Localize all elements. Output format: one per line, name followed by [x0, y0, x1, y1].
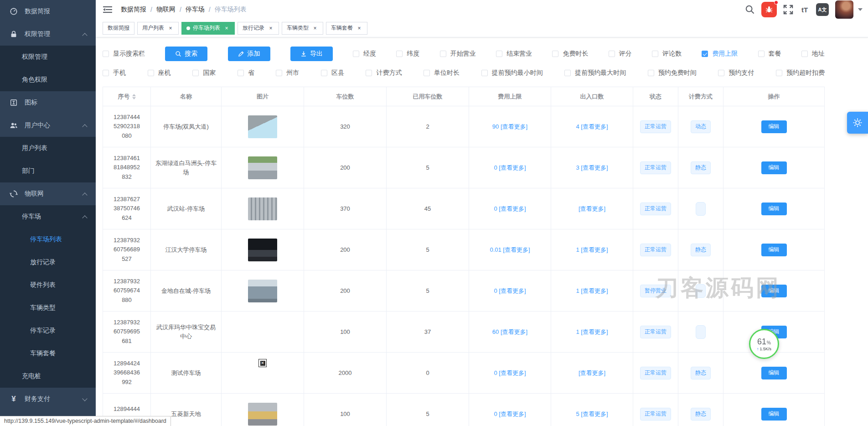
sidebar-item-6[interactable]: 用户列表: [0, 137, 96, 160]
close-icon[interactable]: [268, 25, 274, 31]
checkbox-icon[interactable]: [424, 70, 430, 76]
tag-1[interactable]: 用户列表: [137, 22, 179, 35]
status-badge[interactable]: 正常运营: [640, 326, 671, 338]
gates-link[interactable]: [查看更多]: [551, 353, 633, 394]
checkbox-icon[interactable]: [652, 51, 658, 57]
filter-checkbox-row2-7[interactable]: 单位时长: [424, 69, 460, 77]
edit-button[interactable]: 编辑: [761, 203, 787, 215]
billing-badge[interactable]: 静态: [691, 408, 711, 421]
sidebar-item-9[interactable]: 停车场: [0, 205, 96, 228]
gates-link[interactable]: 1 [查看更多]: [551, 229, 633, 270]
fee-limit-link[interactable]: 0.01 [查看更多]: [469, 229, 551, 270]
filter-checkbox-row2-9[interactable]: 提前预约最大时间: [564, 69, 626, 77]
edit-button[interactable]: 编辑: [761, 285, 787, 297]
filter-checkbox-row2-3[interactable]: 省: [238, 69, 254, 77]
tag-0[interactable]: 数据简报: [103, 22, 134, 35]
fee-limit-link[interactable]: 90 [查看更多]: [469, 106, 551, 147]
filter-checkbox-row2-2[interactable]: 国家: [192, 69, 216, 77]
search-button[interactable]: 搜索: [165, 47, 207, 61]
sidebar-item-0[interactable]: 数据简报: [0, 0, 96, 23]
status-badge[interactable]: 正常运营: [640, 244, 671, 256]
status-badge[interactable]: 暂停营业: [640, 285, 671, 297]
close-icon[interactable]: [223, 25, 230, 31]
tag-5[interactable]: 车辆套餐: [326, 22, 367, 35]
close-icon[interactable]: [356, 25, 362, 31]
parking-photo[interactable]: [248, 156, 277, 179]
breadcrumb-item-0[interactable]: 数据简报: [121, 5, 146, 14]
billing-badge-empty[interactable]: [696, 325, 706, 339]
gates-link[interactable]: [查看更多]: [551, 188, 633, 229]
gates-link[interactable]: 5 [查看更多]: [551, 394, 633, 426]
fee-limit-link[interactable]: 60 [查看更多]: [469, 312, 551, 353]
status-badge[interactable]: 正常运营: [640, 408, 671, 421]
add-button[interactable]: 添加: [228, 47, 270, 61]
filter-checkbox-row2-10[interactable]: 预约免费时间: [648, 69, 697, 77]
fullscreen-icon[interactable]: [783, 5, 793, 15]
sidebar-item-5[interactable]: 用户中心: [0, 114, 96, 137]
filter-checkbox-row2-5[interactable]: 区县: [321, 69, 344, 77]
tag-3[interactable]: 放行记录: [238, 22, 279, 35]
checkbox-icon[interactable]: [148, 70, 154, 76]
checkbox-icon[interactable]: [718, 70, 724, 76]
sort-desc-icon[interactable]: [132, 97, 136, 99]
checkbox-icon[interactable]: [321, 70, 327, 76]
parking-photo[interactable]: [248, 115, 277, 138]
checkbox-icon[interactable]: [496, 51, 502, 57]
gates-link[interactable]: 3 [查看更多]: [551, 147, 633, 188]
fee-limit-link[interactable]: 0 [查看更多]: [469, 353, 551, 394]
checkbox-icon[interactable]: [801, 51, 808, 57]
filter-checkbox-row1-9[interactable]: 评分: [609, 50, 632, 58]
filter-checkbox-row1-12[interactable]: 套餐: [758, 50, 781, 58]
checkbox-icon[interactable]: [238, 70, 244, 76]
sidebar-item-1[interactable]: 权限管理: [0, 23, 96, 46]
fee-limit-link[interactable]: 0 [查看更多]: [469, 188, 551, 229]
status-badge[interactable]: 正常运营: [640, 161, 671, 174]
billing-badge-empty[interactable]: [696, 202, 706, 216]
user-avatar[interactable]: [835, 0, 853, 19]
sidebar-item-14[interactable]: 停车记录: [0, 319, 96, 342]
close-icon[interactable]: [312, 25, 318, 31]
hamburger-icon[interactable]: [103, 5, 113, 15]
status-badge[interactable]: 正常运营: [640, 367, 671, 379]
billing-badge[interactable]: 静态: [691, 244, 711, 256]
gates-link[interactable]: 4 [查看更多]: [551, 106, 633, 147]
filter-checkbox-row1-4[interactable]: 经度: [353, 50, 376, 58]
avatar-dropdown-caret-icon[interactable]: [858, 8, 863, 11]
edit-button[interactable]: 编辑: [761, 120, 787, 133]
sidebar-item-13[interactable]: 车辆类型: [0, 296, 96, 319]
close-icon[interactable]: [167, 25, 174, 31]
sidebar-item-12[interactable]: 硬件列表: [0, 274, 96, 296]
sidebar-item-11[interactable]: 放行记录: [0, 251, 96, 274]
sidebar-item-10[interactable]: 停车场列表: [0, 228, 96, 251]
sidebar-item-4[interactable]: 图标: [0, 91, 96, 114]
search-icon[interactable]: [745, 5, 755, 15]
breadcrumb-item-1[interactable]: 物联网: [156, 5, 176, 14]
filter-checkbox-row2-1[interactable]: 座机: [148, 69, 171, 77]
filter-checkbox-row2-4[interactable]: 州市: [276, 69, 299, 77]
edit-button[interactable]: 编辑: [761, 367, 787, 379]
billing-badge[interactable]: 动态: [691, 120, 711, 133]
tag-4[interactable]: 车辆类型: [282, 22, 323, 35]
edit-button[interactable]: 编辑: [761, 408, 787, 421]
checkbox-checked-icon[interactable]: [702, 51, 708, 57]
filter-checkbox-row2-6[interactable]: 计费方式: [366, 69, 402, 77]
filter-checkbox-row2-12[interactable]: 预约超时扣费: [776, 69, 825, 77]
billing-badge-empty[interactable]: [696, 284, 706, 298]
error-log-button[interactable]: [761, 2, 777, 17]
filter-checkbox-row2-8[interactable]: 提前预约最小时间: [481, 69, 543, 77]
fee-limit-link[interactable]: 0 [查看更多]: [469, 147, 551, 188]
checkbox-icon[interactable]: [192, 70, 199, 76]
status-badge[interactable]: 正常运营: [640, 203, 671, 215]
filter-checkbox-row1-0[interactable]: 显示搜索栏: [103, 50, 145, 58]
checkbox-icon[interactable]: [440, 51, 446, 57]
filter-checkbox-row1-8[interactable]: 免费时长: [552, 50, 588, 58]
billing-badge[interactable]: 静态: [691, 161, 711, 174]
checkbox-icon[interactable]: [758, 51, 765, 57]
checkbox-icon[interactable]: [103, 51, 109, 57]
checkbox-icon[interactable]: [648, 70, 654, 76]
sidebar-item-17[interactable]: 财务支付: [0, 388, 96, 410]
edit-button[interactable]: 编辑: [761, 161, 787, 174]
fee-limit-link[interactable]: 0 [查看更多]: [469, 270, 551, 312]
filter-checkbox-row2-11[interactable]: 预约支付: [718, 69, 754, 77]
edit-button[interactable]: 编辑: [761, 244, 787, 256]
